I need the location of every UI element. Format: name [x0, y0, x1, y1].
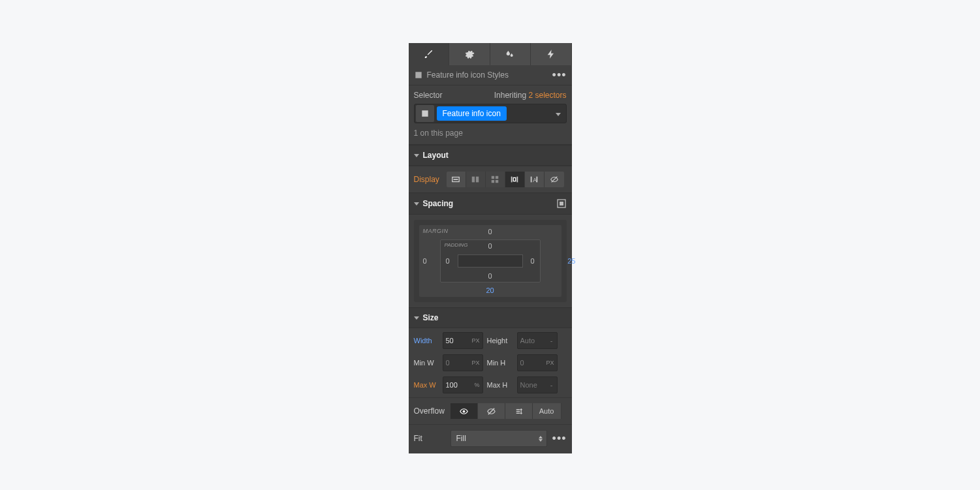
inheriting-link[interactable]: 2 selectors [528, 91, 566, 100]
overflow-auto-button[interactable]: Auto [533, 403, 561, 419]
chevron-down-icon [414, 316, 419, 320]
selector-caret[interactable] [556, 109, 561, 118]
select-arrows-icon [539, 436, 543, 442]
eye-off-icon [486, 406, 496, 416]
svg-rect-6 [492, 180, 494, 183]
brush-icon [423, 49, 434, 59]
width-label: Width [414, 337, 439, 345]
content-box [458, 254, 523, 268]
svg-rect-2 [472, 177, 475, 183]
svg-rect-11 [531, 177, 532, 183]
margin-right[interactable]: 25 [567, 257, 575, 265]
maxw-input[interactable]: % [443, 376, 483, 393]
svg-rect-7 [496, 180, 498, 183]
height-input[interactable]: - [517, 332, 558, 349]
selector-label: Selector [414, 91, 443, 100]
overflow-label: Overflow [414, 406, 445, 416]
margin-left[interactable]: 0 [423, 257, 427, 265]
svg-rect-16 [560, 202, 563, 206]
height-label: Height [487, 337, 513, 345]
display-block-button[interactable] [447, 172, 466, 187]
overflow-row: Overflow Auto [409, 397, 572, 424]
size-grid: Width PX Height - Min W PX Min H PX Max … [409, 328, 572, 397]
display-inlineblock-button[interactable] [505, 172, 525, 187]
selector-count: 1 on this page [409, 123, 572, 145]
svg-rect-4 [492, 176, 494, 179]
display-row: Display A [409, 166, 572, 192]
svg-rect-8 [511, 177, 513, 183]
chevron-down-icon [414, 202, 419, 206]
minw-input[interactable]: PX [443, 354, 483, 371]
margin-top[interactable]: 0 [488, 228, 492, 236]
fit-select[interactable]: Fill [450, 430, 547, 447]
svg-point-17 [462, 410, 465, 412]
fit-more-button[interactable]: ••• [552, 436, 567, 440]
eye-icon [459, 406, 469, 416]
display-none-button[interactable] [545, 172, 564, 187]
svg-rect-9 [513, 177, 516, 181]
section-size-header[interactable]: Size [409, 307, 572, 328]
overflow-scroll-button[interactable] [505, 403, 533, 419]
svg-rect-13 [537, 177, 538, 183]
selector-chip[interactable]: Feature info icon [437, 106, 507, 121]
padding-box: PADDING 0 0 0 0 [440, 239, 541, 283]
svg-rect-10 [517, 177, 518, 183]
display-grid-button[interactable] [486, 172, 505, 187]
display-inline-button[interactable]: A [525, 172, 545, 187]
fit-row: Fit Fill ••• [409, 424, 572, 453]
tab-interactions[interactable] [531, 43, 572, 65]
display-options: A [447, 172, 564, 187]
tab-settings[interactable] [449, 43, 490, 65]
padding-top[interactable]: 0 [488, 242, 492, 250]
display-flex-button[interactable] [466, 172, 486, 187]
svg-rect-5 [496, 176, 498, 179]
padding-left[interactable]: 0 [446, 257, 450, 265]
scroll-icon [514, 406, 524, 416]
inheriting-text: Inheriting 2 selectors [494, 91, 567, 100]
maxh-input[interactable]: - [517, 376, 558, 393]
panel-tabs [409, 43, 572, 65]
tab-style[interactable] [409, 43, 450, 65]
svg-rect-1 [454, 179, 458, 180]
selector-header: Selector Inheriting 2 selectors [409, 85, 572, 102]
more-button[interactable]: ••• [552, 73, 567, 77]
svg-rect-3 [476, 177, 479, 183]
width-input[interactable]: PX [443, 332, 483, 349]
chevron-down-icon [414, 154, 419, 157]
display-label: Display [414, 175, 443, 184]
tab-effects[interactable] [490, 43, 531, 65]
section-layout-header[interactable]: Layout [409, 145, 572, 166]
overflow-options: Auto [450, 403, 561, 419]
svg-text:A: A [533, 177, 537, 183]
spacing-presets-icon[interactable] [556, 198, 567, 209]
spacing-editor: MARGIN 0 20 0 25 PADDING 0 0 0 0 [414, 220, 567, 302]
block-icon [451, 175, 460, 184]
inline-icon: A [530, 175, 539, 184]
minh-input[interactable]: PX [517, 354, 558, 371]
padding-bottom[interactable]: 0 [488, 272, 492, 280]
section-spacing-header[interactable]: Spacing [409, 192, 572, 215]
padding-label: PADDING [445, 242, 468, 248]
eye-off-icon [550, 175, 559, 184]
grid-icon [490, 175, 499, 184]
minw-label: Min W [414, 359, 439, 367]
drops-icon [505, 49, 515, 59]
bolt-icon [546, 49, 556, 59]
image-icon [420, 109, 430, 118]
flex-icon [471, 175, 480, 184]
selector-type-icon[interactable] [416, 105, 434, 122]
overflow-hidden-button[interactable] [478, 403, 505, 419]
margin-bottom[interactable]: 20 [486, 286, 494, 294]
selector-input[interactable]: Feature info icon [414, 104, 567, 123]
overflow-visible-button[interactable] [450, 403, 478, 419]
inlineblock-icon [510, 175, 519, 184]
image-icon [414, 70, 423, 80]
margin-box: MARGIN 0 20 0 25 PADDING 0 0 0 0 [419, 225, 561, 297]
padding-right[interactable]: 0 [530, 257, 534, 265]
maxw-label: Max W [414, 381, 439, 389]
gear-icon [464, 49, 475, 59]
fit-label: Fit [414, 434, 445, 443]
minh-label: Min H [487, 359, 513, 367]
panel-header: Feature info icon Styles ••• [409, 65, 572, 85]
chevron-down-icon [556, 113, 561, 116]
